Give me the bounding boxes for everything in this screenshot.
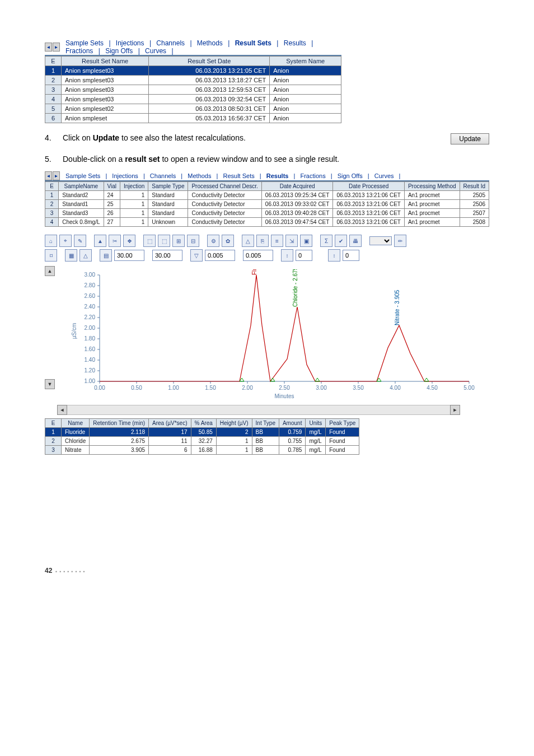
svg-text:Chloride - 2.675: Chloride - 2.675 [292, 269, 298, 307]
tool-icon[interactable]: ▣ [300, 235, 312, 247]
svg-text:µS/cm: µS/cm [71, 323, 77, 339]
print-icon[interactable]: 🖶 [349, 235, 362, 247]
table-row[interactable]: 6 Anion smpleset 05.03.2013 16:56:37 CET… [45, 114, 341, 123]
tab-methods[interactable]: Methods [184, 172, 214, 180]
peak-table[interactable]: E Name Retention Time (min) Area (µV*sec… [45, 418, 359, 455]
tab-channels[interactable]: Channels [147, 172, 179, 180]
tabs-prev-button[interactable]: ◄ [45, 171, 52, 180]
svg-text:0.50: 0.50 [131, 385, 142, 391]
svg-text:2.40: 2.40 [85, 304, 96, 310]
tool-input[interactable] [343, 250, 359, 261]
result-sets-table[interactable]: E Result Set Name Result Set Date System… [45, 56, 341, 123]
tab-results[interactable]: Results [280, 39, 310, 48]
table-row[interactable]: 3 Standard3 26 1 Standard Conductivity D… [45, 209, 489, 218]
tab-result-sets[interactable]: Result Sets [232, 39, 275, 48]
scrollbar-track[interactable] [67, 405, 450, 415]
tool-icon[interactable]: ⚙ [207, 235, 219, 247]
svg-text:1.40: 1.40 [85, 357, 96, 363]
table-row[interactable]: 1 Anion smpleset03 06.03.2013 13:21:05 C… [45, 66, 341, 76]
tool-icon[interactable]: ✎ [74, 235, 86, 247]
tab-curves[interactable]: Curves [142, 46, 170, 55]
tool-icon[interactable]: ↕ [281, 249, 293, 262]
page-number: 42 [45, 567, 52, 575]
svg-text:Fluoride - 2.118: Fluoride - 2.118 [251, 269, 257, 275]
table-row[interactable]: 2 Standard1 25 1 Standard Conductivity D… [45, 200, 489, 209]
tab-fractions[interactable]: Fractions [297, 172, 329, 180]
tool-select[interactable] [369, 236, 392, 245]
svg-text:0.00: 0.00 [94, 385, 105, 391]
svg-text:2.20: 2.20 [85, 314, 96, 320]
svg-text:4.00: 4.00 [390, 385, 401, 391]
svg-text:2.80: 2.80 [85, 282, 96, 288]
tab-fractions[interactable]: Fractions [62, 46, 96, 55]
tool-icon[interactable]: ❖ [123, 235, 135, 247]
tabs-next-button[interactable]: ► [53, 171, 60, 180]
tool-icon[interactable]: ▲ [94, 235, 106, 247]
table-row[interactable]: 1 Standard2 24 1 Standard Conductivity D… [45, 191, 489, 200]
tool-icon[interactable]: △ [242, 235, 254, 247]
svg-text:1.20: 1.20 [85, 367, 96, 374]
svg-text:Minutes: Minutes [274, 393, 294, 399]
tool-icon[interactable]: ≡ [271, 235, 283, 247]
tabs-prev-button[interactable]: ◄ [45, 43, 52, 52]
table-row[interactable]: 2 Chloride 2.675 11 32.27 1 BB 0.755 mg/… [45, 437, 359, 446]
scroll-left-button[interactable]: ◄ [57, 405, 67, 415]
tool-icon[interactable]: ⌖ [59, 235, 72, 247]
svg-text:2.50: 2.50 [279, 385, 290, 391]
tool-icon[interactable]: ✂ [109, 235, 121, 247]
tool-icon[interactable]: △ [79, 249, 92, 262]
table-row[interactable]: 2 Anion smpleset03 06.03.2013 13:18:27 C… [45, 76, 341, 85]
tool-input[interactable] [243, 250, 273, 261]
tool-input[interactable] [296, 250, 312, 261]
tab-result-sets[interactable]: Result Sets [219, 172, 257, 180]
tool-icon[interactable]: ✔ [335, 235, 347, 247]
tool-icon[interactable]: ⇲ [285, 235, 298, 247]
table-row[interactable]: 3 Nitrate 3.905 6 16.88 1 BB 0.785 mg/L … [45, 446, 359, 455]
tab-results[interactable]: Results [263, 172, 292, 180]
review-toolbar-2: ⌑ ▦ △ ▤ ▽ ↕ ↕ [45, 249, 489, 262]
table-row[interactable]: 3 Anion smpleset03 06.03.2013 12:59:53 C… [45, 85, 341, 95]
tool-icon[interactable]: ▤ [100, 249, 112, 262]
tool-icon[interactable]: ↕ [328, 249, 340, 262]
tool-icon[interactable]: ✏ [394, 235, 406, 247]
chromatogram-chart: 1.00 1.20 1.40 1.60 1.80 2.00 2.20 2.40 … [55, 269, 480, 404]
scroll-down-button[interactable]: ▼ [45, 379, 55, 389]
tab-sign-offs[interactable]: Sign Offs [334, 172, 366, 180]
svg-text:3.50: 3.50 [353, 385, 364, 391]
tabs-next-button[interactable]: ► [53, 43, 60, 52]
tool-icon[interactable]: ▦ [65, 249, 77, 262]
tab-curves[interactable]: Curves [371, 172, 397, 180]
tool-icon[interactable]: ⌂ [45, 235, 57, 247]
review-toolbar: ⌂ ⌖ ✎ ▲ ✂ ❖ ⬚ ⬚ ⊞ ⊟ ⚙ ✿ △ ⎘ ≡ ⇲ ▣ Σ ✔ 🖶 … [45, 235, 489, 247]
tab-injections[interactable]: Injections [109, 172, 141, 180]
tool-icon[interactable]: ⊟ [187, 235, 199, 247]
tool-icon[interactable]: ⬚ [143, 235, 156, 247]
tool-icon[interactable]: ⊞ [172, 235, 185, 247]
page-footer: 42 [45, 567, 489, 575]
table-row[interactable]: 1 Fluoride 2.118 17 50.85 2 BB 0.759 mg/… [45, 428, 359, 437]
table-row[interactable]: 4 Anion smpleset03 06.03.2013 09:32:54 C… [45, 95, 341, 104]
tool-input[interactable] [205, 250, 235, 261]
scroll-right-button[interactable]: ► [450, 405, 460, 415]
tab-methods[interactable]: Methods [194, 39, 226, 48]
scroll-up-button[interactable]: ▲ [45, 266, 55, 276]
svg-text:1.00: 1.00 [168, 385, 179, 391]
table-row[interactable]: 4 Check 0.8mg/L 27 1 Unknown Conductivit… [45, 218, 489, 227]
tool-icon[interactable]: ⬚ [158, 235, 170, 247]
tool-icon[interactable]: ⎘ [256, 235, 269, 247]
tool-icon[interactable]: ✿ [222, 235, 234, 247]
col-result-set-name: Result Set Name [62, 57, 149, 66]
update-button[interactable]: Update [451, 133, 489, 144]
chart-hscroll[interactable]: ◄ ► [57, 405, 460, 415]
tool-icon[interactable]: ⌑ [45, 249, 57, 262]
tool-input[interactable] [152, 250, 182, 261]
tool-icon[interactable]: Σ [320, 235, 332, 247]
results-table[interactable]: E SampleName Vial Injection Sample Type … [45, 181, 489, 227]
results-tabs: ◄ ► Sample Sets | Injections | Channels … [45, 171, 489, 181]
tab-sign-offs[interactable]: Sign Offs [102, 46, 136, 55]
tabs-container: Sample Sets | Injections | Channels | Me… [62, 39, 341, 55]
tool-icon[interactable]: ▽ [190, 249, 203, 262]
table-row[interactable]: 5 Anion smpleset02 06.03.2013 08:50:31 C… [45, 104, 341, 114]
tool-input[interactable] [114, 250, 144, 261]
tab-sample-sets[interactable]: Sample Sets [62, 172, 104, 180]
